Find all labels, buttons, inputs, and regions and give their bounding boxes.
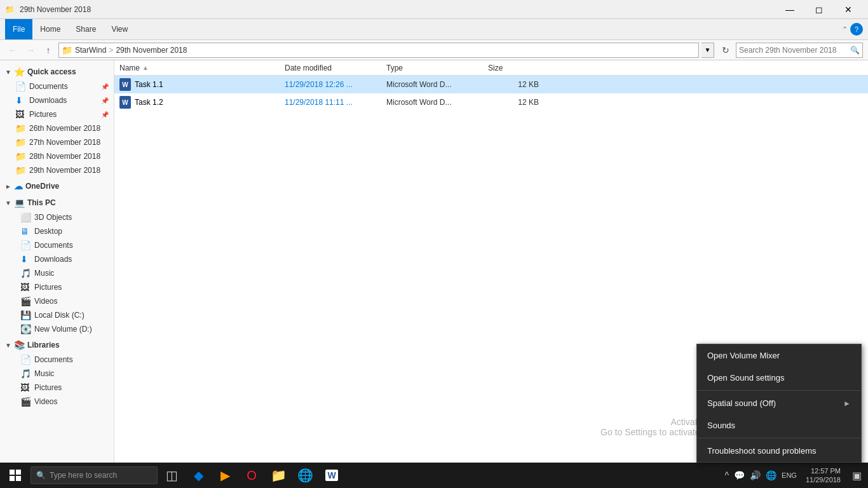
lib-documents-label: Documents <box>34 355 73 364</box>
sidebar-header-libraries[interactable]: ▼ 📚 Libraries <box>0 337 114 353</box>
taskbar-search-icon: 🔍 <box>36 471 46 480</box>
ribbon-help-button[interactable]: ? <box>850 23 863 36</box>
nav-forward-button[interactable]: → <box>23 43 38 58</box>
sidebar-item-downloads-pc[interactable]: ⬇ Downloads <box>0 252 114 266</box>
3d-objects-icon: ⬜ <box>20 212 31 222</box>
sidebar-item-lib-pictures[interactable]: 🖼 Pictures <box>0 381 114 395</box>
lib-pictures-label: Pictures <box>34 383 62 392</box>
sidebar-item-documents-quick[interactable]: 📄 Documents 📌 <box>0 79 114 93</box>
task11-name: Task 1.1 <box>135 80 163 89</box>
col-header-type[interactable]: Type <box>386 64 488 72</box>
sidebar-header-quick-access[interactable]: ▼ ⭐ Quick access <box>0 64 114 79</box>
vlc-icon: ▶ <box>220 468 230 483</box>
ctx-open-sound-settings[interactable]: Open Sound settings <box>697 367 861 389</box>
col-header-date[interactable]: Date modified <box>285 64 386 72</box>
path-folder-icon: 📁 <box>62 45 72 55</box>
sidebar-item-documents-pc[interactable]: 📄 Documents <box>0 238 114 252</box>
sidebar-item-new-volume-d[interactable]: 💽 New Volume (D:) <box>0 322 114 336</box>
sidebar-item-pictures-pc[interactable]: 🖼 Pictures <box>0 280 114 294</box>
lib-pictures-icon: 🖼 <box>20 383 31 393</box>
sidebar-item-lib-videos[interactable]: 🎬 Videos <box>0 395 114 409</box>
sidebar-item-28nov[interactable]: 📁 28th November 2018 <box>0 149 114 163</box>
taskbar-search[interactable]: 🔍 Type here to search <box>31 466 158 484</box>
quick-access-chevron: ▼ <box>5 69 11 76</box>
search-box: 🔍 <box>736 43 863 58</box>
tray-volume-icon[interactable]: 🔊 <box>749 469 762 482</box>
tab-share[interactable]: Share <box>68 19 104 39</box>
nav-back-button[interactable]: ← <box>5 43 20 58</box>
sidebar-item-desktop[interactable]: 🖥 Desktop <box>0 224 114 238</box>
search-input[interactable] <box>739 46 850 55</box>
sidebar-item-27nov[interactable]: 📁 27th November 2018 <box>0 135 114 149</box>
ctx-open-volume-mixer[interactable]: Open Volume Mixer <box>697 344 861 367</box>
close-button[interactable]: ✕ <box>834 0 863 19</box>
lib-music-label: Music <box>34 369 54 378</box>
sidebar-item-lib-documents[interactable]: 📄 Documents <box>0 353 114 367</box>
sidebar-header-onedrive[interactable]: ► ☁ OneDrive <box>0 179 114 194</box>
onedrive-chevron: ► <box>5 183 11 190</box>
sidebar-item-29nov[interactable]: 📁 29th November 2018 <box>0 163 114 177</box>
col-name-label: Name <box>119 64 140 72</box>
sidebar-item-music[interactable]: 🎵 Music <box>0 266 114 280</box>
title-bar-icons: 📁 <box>5 5 15 14</box>
maximize-button[interactable]: ◻ <box>804 0 834 19</box>
sidebar-header-this-pc[interactable]: ▼ 💻 This PC <box>0 195 114 210</box>
tab-file[interactable]: File <box>5 19 32 39</box>
refresh-button[interactable]: ↻ <box>718 43 733 58</box>
opera-icon: O <box>247 468 257 483</box>
task12-date: 11/29/2018 11:11 ... <box>285 98 386 107</box>
sidebar-item-local-disk-c[interactable]: 💾 Local Disk (C:) <box>0 308 114 322</box>
address-dropdown[interactable]: ▼ <box>702 43 714 58</box>
minimize-button[interactable]: — <box>775 0 804 19</box>
tab-view[interactable]: View <box>104 19 135 39</box>
file-row-task11[interactable]: W Task 1.1 11/29/2018 12:26 ... Microsof… <box>114 76 868 93</box>
title-controls: — ◻ ✕ <box>775 0 863 19</box>
sidebar-item-26nov[interactable]: 📁 26th November 2018 <box>0 121 114 135</box>
ctx-troubleshoot[interactable]: Troubleshoot sound problems <box>697 440 861 462</box>
local-disk-c-icon: 💾 <box>20 310 31 320</box>
ribbon-expand-button[interactable]: ⌃ <box>842 25 848 34</box>
col-header-name[interactable]: Name ▲ <box>119 64 285 72</box>
ctx-spatial-sound-label: Spatial sound (Off) <box>707 398 776 408</box>
tab-home[interactable]: Home <box>32 19 68 39</box>
sidebar-item-downloads-quick[interactable]: ⬇ Downloads 📌 <box>0 93 114 107</box>
address-path[interactable]: 📁 StarWind > 29th November 2018 <box>58 43 699 58</box>
col-date-label: Date modified <box>285 64 332 72</box>
col-type-label: Type <box>386 64 403 72</box>
search-icon[interactable]: 🔍 <box>850 46 860 55</box>
taskbar-app-vlc[interactable]: ▶ <box>212 463 238 488</box>
file-row-task12[interactable]: W Task 1.2 11/29/2018 11:11 ... Microsof… <box>114 93 868 111</box>
folder-29nov-label: 29th November 2018 <box>29 166 100 175</box>
ctx-sounds-label: Sounds <box>707 421 735 430</box>
ctx-spatial-sound-arrow: ► <box>843 399 851 408</box>
taskbar-app-opera[interactable]: O <box>239 463 264 488</box>
col-header-size[interactable]: Size <box>488 64 539 72</box>
taskbar-app-edge[interactable]: ◆ <box>186 463 211 488</box>
address-bar: ← → ↑ 📁 StarWind > 29th November 2018 ▼ … <box>0 40 868 60</box>
pictures-pc-label: Pictures <box>34 283 62 292</box>
ctx-spatial-sound[interactable]: Spatial sound (Off) ► <box>697 392 861 414</box>
start-button[interactable] <box>0 463 31 488</box>
tray-lang-label[interactable]: ENG <box>780 470 798 480</box>
nav-up-button[interactable]: ↑ <box>41 43 56 58</box>
tray-expand-icon[interactable]: ^ <box>724 469 731 482</box>
sidebar-item-lib-music[interactable]: 🎵 Music <box>0 367 114 381</box>
taskbar-app-word[interactable]: W <box>319 463 344 488</box>
new-volume-d-icon: 💽 <box>20 324 31 334</box>
task-view-button[interactable]: ◫ <box>159 463 184 488</box>
tray-chat-icon[interactable]: 💬 <box>733 469 746 482</box>
taskbar-app-chrome[interactable]: 🌐 <box>292 463 318 488</box>
tray-notification-icon[interactable]: ▣ <box>848 468 865 483</box>
ctx-sounds[interactable]: Sounds <box>697 414 861 437</box>
folder-29nov-icon: 📁 <box>15 165 25 175</box>
tray-clock[interactable]: 12:57 PM 11/29/2018 <box>801 466 846 484</box>
task11-size: 12 KB <box>488 80 539 89</box>
sidebar-item-pictures-quick[interactable]: 🖼 Pictures 📌 <box>0 107 114 121</box>
sidebar-item-videos[interactable]: 🎬 Videos <box>0 294 114 308</box>
this-pc-label: This PC <box>27 198 56 207</box>
taskbar-app-explorer[interactable]: 📁 <box>266 463 291 488</box>
sidebar-item-3d-objects[interactable]: ⬜ 3D Objects <box>0 210 114 224</box>
tray-network-icon[interactable]: 🌐 <box>764 469 778 482</box>
music-icon: 🎵 <box>20 268 31 278</box>
chrome-icon: 🌐 <box>297 468 313 483</box>
